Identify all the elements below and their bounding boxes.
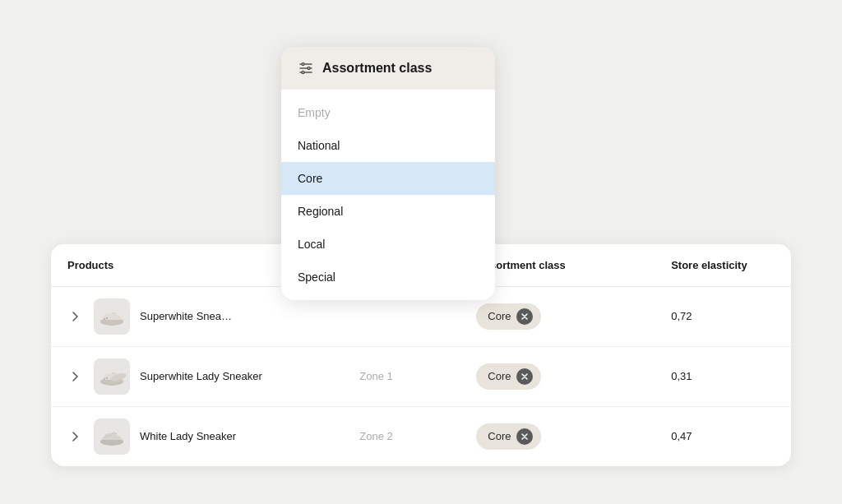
zone-text-2: Zone 1	[359, 370, 392, 382]
badge-close-3[interactable]	[516, 428, 533, 445]
dropdown-item-national[interactable]: National	[281, 129, 495, 162]
elasticity-value-3: 0,47	[671, 430, 692, 442]
product-cell-2: Superwhite Lady Sneaker	[67, 358, 326, 395]
svg-point-6	[106, 377, 108, 379]
dropdown-item-core[interactable]: Core	[281, 162, 495, 195]
assortment-dropdown: Assortment class Empty National Core Reg…	[281, 47, 495, 300]
dropdown-list: Empty National Core Regional Local Speci…	[281, 90, 495, 300]
row-expand-1[interactable]	[67, 308, 84, 325]
cell-zone-3: Zone 2	[343, 406, 460, 466]
dropdown-item-regional[interactable]: Regional	[281, 195, 495, 228]
dropdown-title: Assortment class	[322, 61, 432, 76]
cell-assortment-3: Core	[460, 406, 655, 466]
elasticity-value-1: 0,72	[671, 310, 692, 322]
elasticity-value-2: 0,31	[671, 370, 692, 382]
badge-label-3: Core	[488, 430, 511, 442]
product-image-1	[94, 298, 130, 335]
badge-close-1[interactable]	[516, 308, 533, 325]
product-name-3: White Lady Sneaker	[140, 430, 236, 442]
svg-point-1	[104, 318, 105, 320]
table-row: White Lady Sneaker Zone 2 Core	[51, 406, 791, 466]
product-image-3	[94, 418, 130, 455]
cell-elasticity-2: 0,31	[655, 346, 791, 406]
col-header-elasticity: Store elasticity	[655, 244, 791, 287]
cell-assortment-2: Core	[460, 346, 655, 406]
cell-elasticity-3: 0,47	[655, 406, 791, 466]
cell-product-2: Superwhite Lady Sneaker	[51, 346, 343, 406]
product-name-1: Superwhite Snea…	[140, 310, 232, 322]
dropdown-item-special[interactable]: Special	[281, 261, 495, 294]
badge-close-2[interactable]	[516, 368, 533, 385]
svg-point-2	[106, 317, 108, 319]
table-row: Superwhite Lady Sneaker Zone 1 Core	[51, 346, 791, 406]
row-expand-2[interactable]	[67, 368, 84, 385]
scene: Assortment class Empty National Core Reg…	[51, 39, 791, 466]
dropdown-item-empty[interactable]: Empty	[281, 96, 495, 129]
row-expand-3[interactable]	[67, 428, 84, 445]
cell-elasticity-1: 0,72	[655, 286, 791, 346]
badge-label-1: Core	[488, 310, 511, 322]
cell-product-3: White Lady Sneaker	[51, 406, 343, 466]
dropdown-header: Assortment class	[281, 47, 495, 90]
product-cell-1: Superwhite Snea…	[67, 298, 326, 335]
product-cell-3: White Lady Sneaker	[67, 418, 326, 455]
cell-zone-2: Zone 1	[343, 346, 460, 406]
assortment-badge-2: Core	[476, 363, 540, 390]
dropdown-item-local[interactable]: Local	[281, 228, 495, 261]
product-name-2: Superwhite Lady Sneaker	[140, 370, 262, 382]
svg-point-5	[104, 378, 105, 380]
assortment-badge-3: Core	[476, 423, 540, 450]
zone-text-3: Zone 2	[359, 430, 392, 442]
assortment-badge-1: Core	[476, 303, 540, 330]
filter-list-icon	[298, 60, 314, 76]
badge-label-2: Core	[488, 370, 511, 382]
product-image-2	[94, 358, 130, 395]
